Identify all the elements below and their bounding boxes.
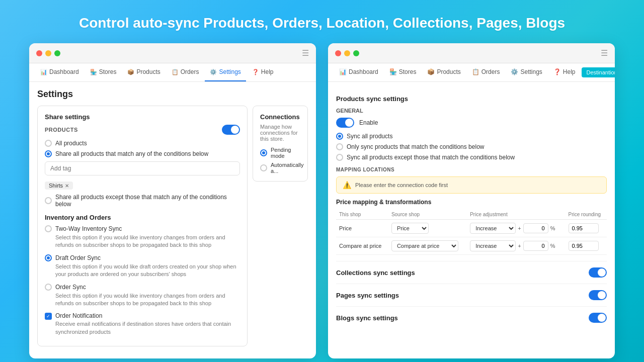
price-adj-value[interactable] — [523, 223, 548, 233]
col-this-shop: This shop — [336, 210, 388, 220]
right-products-icon: 📦 — [427, 68, 435, 75]
minimize-button[interactable] — [45, 50, 51, 56]
right-nav-stores[interactable]: 🏪 Stores — [384, 63, 422, 81]
connections-title: Connections — [260, 113, 300, 121]
right-settings-icon: ⚙️ — [511, 68, 518, 75]
right-traffic-lights — [335, 50, 359, 56]
nav-label-help: Help — [261, 68, 274, 75]
right-nav-settings-label: Settings — [520, 68, 542, 75]
right-hamburger-icon[interactable]: ☰ — [601, 48, 608, 58]
sync-except-radio[interactable]: Sync all products except those that matc… — [336, 154, 607, 161]
sync-all-circle — [336, 133, 343, 140]
compare-adj-type-select[interactable]: Increase — [470, 240, 516, 251]
sync-match-radio[interactable]: Only sync products that match the condit… — [336, 143, 607, 150]
right-nav-dashboard[interactable]: 📊 Dashboard — [334, 63, 383, 81]
pct-label-2: % — [550, 243, 555, 249]
order-notification-checkbox[interactable]: ✓ — [45, 313, 52, 320]
price-mapping-title: Price mapping & transformations — [336, 199, 607, 206]
right-nav-products-label: Products — [437, 68, 460, 75]
close-button[interactable] — [36, 50, 42, 56]
plus-icon: + — [518, 225, 521, 231]
right-close-button[interactable] — [335, 50, 341, 56]
right-nav-orders[interactable]: 📋 Orders — [467, 63, 505, 81]
right-titlebar: ☰ — [328, 43, 615, 63]
two-way-sync-label: Two-Way Inventory Sync — [55, 225, 122, 232]
pages-sync-section: Pages sync settings — [336, 284, 607, 307]
auto-mode-radio[interactable]: Automatically a... — [260, 162, 300, 174]
maximize-button[interactable] — [54, 50, 60, 56]
pending-mode-circle — [260, 149, 267, 156]
order-notification-desc: Receive email notifications if destinati… — [55, 320, 240, 336]
right-panel: ☰ 📊 Dashboard 🏪 Stores 📦 Products 📋 Orde… — [328, 43, 615, 358]
radio-except-conditions[interactable]: Share all products except those that mat… — [45, 194, 240, 208]
enable-label: Enable — [359, 119, 378, 126]
products-sync-section: Products sync settings General Enable Sy… — [336, 89, 607, 261]
collections-sync-toggle[interactable] — [589, 267, 607, 278]
right-nav-help[interactable]: ❓ Help — [548, 63, 581, 81]
sync-match-circle — [336, 143, 343, 150]
draft-order-sync-radio[interactable] — [45, 254, 52, 261]
radio-except-conditions-circle — [45, 197, 52, 204]
nav-item-help[interactable]: ❓ Help — [247, 63, 279, 81]
right-nav-orders-label: Orders — [481, 68, 500, 75]
connections-card: Connections Manage how connections for t… — [253, 106, 308, 182]
right-nav-products[interactable]: 📦 Products — [422, 63, 465, 81]
price-adj-type-select[interactable]: Increase — [470, 223, 516, 234]
radio-match-conditions-label: Share all products that match any of the… — [55, 150, 208, 157]
nav-item-orders[interactable]: 📋 Orders — [167, 63, 204, 81]
nav-item-products[interactable]: 📦 Products — [122, 63, 165, 81]
warning-icon: ⚠️ — [343, 181, 351, 189]
checkmark-icon: ✓ — [46, 314, 50, 319]
products-toggle[interactable] — [222, 125, 240, 135]
order-sync-label: Order Sync — [55, 284, 86, 291]
right-nav-settings[interactable]: ⚙️ Settings — [506, 63, 547, 81]
hamburger-icon[interactable]: ☰ — [302, 48, 309, 58]
nav-item-stores[interactable]: 🏪 Stores — [85, 63, 122, 81]
right-stores-icon: 🏪 — [389, 68, 397, 75]
price-source-select[interactable]: Price — [391, 223, 429, 234]
sync-all-radio[interactable]: Sync all products — [336, 133, 607, 140]
nav-item-dashboard[interactable]: 📊 Dashboard — [35, 63, 84, 81]
destination-button[interactable]: Destinantion — [582, 67, 615, 77]
right-orders-icon: 📋 — [472, 68, 479, 75]
blogs-sync-toggle[interactable] — [589, 313, 607, 323]
left-nav: 📊 Dashboard 🏪 Stores 📦 Products 📋 Orders… — [29, 63, 316, 82]
right-minimize-button[interactable] — [344, 50, 350, 56]
price-rounding-input[interactable] — [569, 223, 599, 233]
compare-source-select[interactable]: Compare at price — [391, 240, 458, 251]
sync-except-label: Sync all products except those that matc… — [347, 154, 515, 161]
draft-order-sync-desc: Select this option if you would like dra… — [55, 263, 240, 279]
tag-remove-icon[interactable]: ✕ — [65, 183, 69, 189]
products-label: PRODUCTS — [45, 127, 78, 133]
products-sync-toggle[interactable] — [336, 118, 354, 128]
tag-label: Shirts — [49, 183, 63, 189]
traffic-lights — [36, 50, 60, 56]
add-tag-input[interactable] — [45, 161, 240, 175]
left-panel: ☰ 📊 Dashboard 🏪 Stores 📦 Products 📋 Orde… — [29, 43, 316, 358]
two-way-sync-radio[interactable] — [45, 225, 52, 232]
draft-order-sync-item: Draft Order Sync Select this option if y… — [45, 254, 240, 279]
right-maximize-button[interactable] — [353, 50, 359, 56]
share-settings-title: Share settings — [45, 113, 240, 121]
pages-sync-toggle[interactable] — [589, 290, 607, 300]
orders-icon: 📋 — [172, 69, 179, 75]
settings-title: Settings — [37, 89, 308, 100]
help-icon: ❓ — [252, 69, 259, 75]
nav-item-settings[interactable]: ⚙️ Settings — [205, 63, 246, 81]
compare-rounding-input[interactable] — [569, 241, 599, 251]
pending-mode-radio[interactable]: Pending mode — [260, 147, 300, 159]
settings-icon: ⚙️ — [210, 69, 217, 75]
blogs-sync-title: Blogs sync settings — [336, 314, 398, 322]
pages-sync-title: Pages sync settings — [336, 292, 399, 299]
warning-text: Please enter the connection code first — [355, 182, 448, 188]
order-sync-radio[interactable] — [45, 284, 52, 291]
products-icon: 📦 — [127, 69, 134, 75]
compare-adj-value[interactable] — [523, 241, 548, 251]
table-row: Compare at price Compare at price — [336, 237, 607, 255]
radio-all-products-label: All products — [55, 140, 87, 147]
radio-all-products[interactable]: All products — [45, 140, 240, 147]
radio-match-conditions[interactable]: Share all products that match any of the… — [45, 150, 240, 157]
inventory-title: Inventory and Orders — [45, 214, 240, 221]
connections-desc: Manage how connections for this store. — [260, 124, 300, 142]
products-radio-group: All products Share all products that mat… — [45, 140, 240, 157]
